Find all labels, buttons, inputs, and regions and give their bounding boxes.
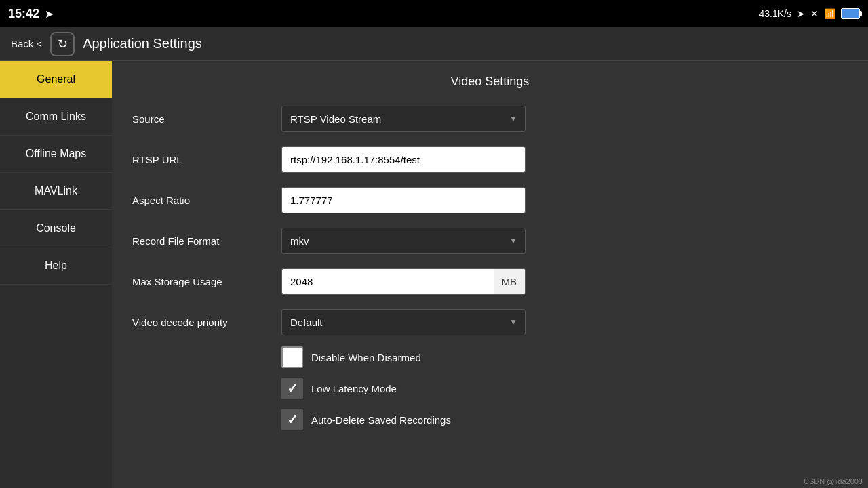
disable-when-disarmed-checkbox[interactable]: [281, 346, 303, 368]
sidebar-item-general[interactable]: General: [0, 61, 112, 98]
status-time: 15:42: [8, 7, 39, 21]
auto-delete-label: Auto-Delete Saved Recordings: [311, 414, 451, 426]
content-area: Video Settings Source RTSP Video Stream …: [112, 61, 868, 488]
record-format-row: Record File Format mkv mp4 mov: [132, 224, 848, 257]
video-decode-label: Video decode priority: [132, 317, 281, 328]
auto-delete-row: ✓ Auto-Delete Saved Recordings: [281, 409, 848, 430]
upload-icon: ➤: [797, 8, 805, 19]
video-decode-control: Default Software Hardware: [281, 309, 526, 336]
checkmark-icon-2: ✓: [287, 413, 298, 426]
status-left: 15:42 ➤: [8, 7, 54, 21]
sidebar-item-help[interactable]: Help: [0, 247, 112, 285]
record-format-label: Record File Format: [132, 235, 281, 247]
source-label: Source: [132, 113, 281, 125]
video-decode-row: Video decode priority Default Software H…: [132, 306, 848, 338]
back-arrow: <: [36, 38, 42, 49]
page-title: Application Settings: [83, 36, 202, 52]
rtsp-url-label: RTSP URL: [132, 154, 281, 165]
low-latency-mode-checkbox[interactable]: ✓: [281, 378, 303, 399]
rtsp-url-control: [281, 146, 526, 173]
rtsp-url-row: RTSP URL: [132, 143, 848, 176]
send-icon: ➤: [45, 7, 54, 20]
settings-table: Source RTSP Video Stream USB Camera None…: [132, 102, 848, 338]
aspect-ratio-row: Aspect Ratio: [132, 184, 848, 216]
record-format-select-wrapper: mkv mp4 mov: [281, 228, 526, 254]
max-storage-input-wrapper: MB: [281, 268, 526, 295]
sidebar-item-mavlink[interactable]: MAVLink: [0, 173, 112, 210]
refresh-icon: ↻: [58, 37, 68, 52]
network-speed: 43.1K/s: [760, 8, 791, 19]
status-right: 43.1K/s ➤ ✕ 📶: [760, 8, 860, 19]
checkmark-icon: ✓: [287, 382, 298, 395]
video-decode-select-wrapper: Default Software Hardware: [281, 309, 526, 336]
record-format-select[interactable]: mkv mp4 mov: [281, 228, 526, 254]
battery-icon: [841, 8, 860, 19]
rtsp-url-input[interactable]: [281, 146, 526, 173]
record-format-control: mkv mp4 mov: [281, 228, 526, 254]
footer-watermark: CSDN @lida2003: [804, 477, 863, 485]
disable-when-disarmed-label: Disable When Disarmed: [311, 352, 421, 363]
aspect-ratio-control: [281, 187, 526, 214]
main-layout: General Comm Links Offline Maps MAVLink …: [0, 61, 868, 488]
max-storage-row: Max Storage Usage MB: [132, 265, 848, 298]
sidebar: General Comm Links Offline Maps MAVLink …: [0, 61, 112, 488]
max-storage-input[interactable]: [282, 269, 494, 294]
source-row: Source RTSP Video Stream USB Camera None: [132, 102, 848, 135]
aspect-ratio-label: Aspect Ratio: [132, 195, 281, 206]
wifi-icon: 📶: [824, 8, 835, 19]
max-storage-control: MB: [281, 268, 526, 295]
source-select[interactable]: RTSP Video Stream USB Camera None: [281, 106, 526, 132]
back-label: Back: [11, 38, 33, 49]
aspect-ratio-input[interactable]: [281, 187, 526, 214]
max-storage-label: Max Storage Usage: [132, 276, 281, 287]
close-icon: ✕: [810, 8, 818, 19]
low-latency-mode-row: ✓ Low Latency Mode: [281, 378, 848, 399]
sidebar-item-console[interactable]: Console: [0, 210, 112, 247]
back-button[interactable]: Back <: [11, 38, 42, 49]
sidebar-item-comm-links[interactable]: Comm Links: [0, 98, 112, 136]
low-latency-mode-label: Low Latency Mode: [311, 383, 397, 394]
sidebar-item-offline-maps[interactable]: Offline Maps: [0, 136, 112, 173]
app-logo: ↻: [50, 32, 75, 56]
auto-delete-checkbox[interactable]: ✓: [281, 409, 303, 430]
disable-when-disarmed-row: Disable When Disarmed: [281, 346, 848, 368]
checkbox-section: Disable When Disarmed ✓ Low Latency Mode…: [132, 346, 848, 430]
source-select-wrapper: RTSP Video Stream USB Camera None: [281, 106, 526, 132]
status-bar: 15:42 ➤ 43.1K/s ➤ ✕ 📶: [0, 0, 868, 27]
source-control: RTSP Video Stream USB Camera None: [281, 106, 526, 132]
max-storage-unit: MB: [494, 269, 526, 294]
section-title: Video Settings: [132, 75, 848, 89]
header-bar: Back < ↻ Application Settings: [0, 27, 868, 61]
video-decode-select[interactable]: Default Software Hardware: [281, 309, 526, 336]
